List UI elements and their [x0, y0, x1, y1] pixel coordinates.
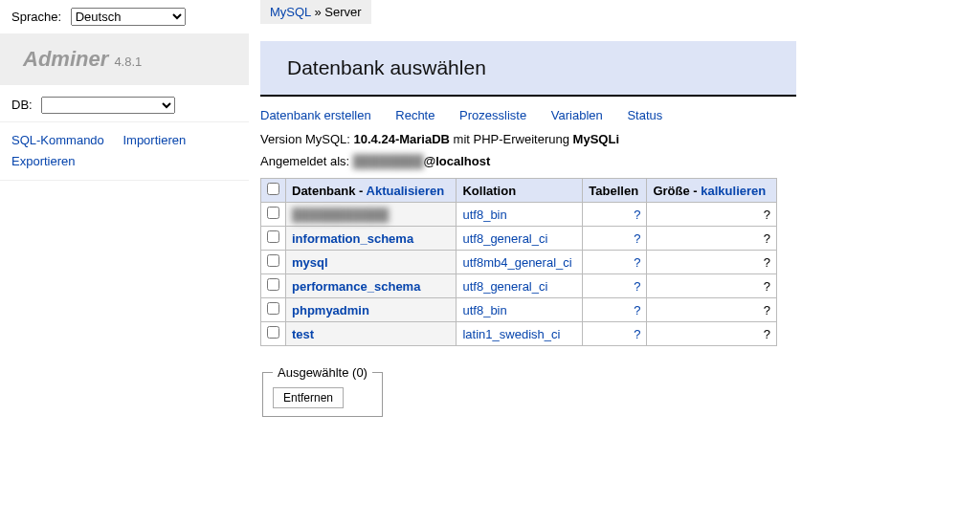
- database-link[interactable]: ███████████: [292, 208, 389, 222]
- row-checkbox[interactable]: [267, 278, 279, 291]
- tables-count-link[interactable]: ?: [634, 255, 640, 270]
- breadcrumb-current: Server: [324, 5, 361, 19]
- database-table: Datenbank - Aktualisieren Kollation Tabe…: [260, 178, 777, 346]
- database-link[interactable]: mysql: [292, 255, 328, 270]
- col-collation: Kollation: [457, 179, 583, 203]
- selected-fieldset: Ausgewählte (0) Entfernen: [262, 365, 383, 417]
- language-select[interactable]: Deutsch: [71, 8, 186, 26]
- menu-links: SQL-Kommando Importieren Exportieren: [0, 122, 249, 181]
- collation-link[interactable]: latin1_swedish_ci: [462, 327, 560, 341]
- database-link[interactable]: test: [292, 327, 314, 341]
- language-label: Sprache:: [11, 10, 61, 24]
- collation-link[interactable]: utf8_general_ci: [462, 279, 547, 294]
- database-link[interactable]: phpmyadmin: [292, 303, 369, 317]
- size-cell: ?: [647, 227, 777, 251]
- variables-link[interactable]: Variablen: [551, 108, 603, 122]
- tables-count-link[interactable]: ?: [634, 327, 640, 341]
- tables-count-link[interactable]: ?: [634, 231, 640, 246]
- select-all-checkbox[interactable]: [267, 183, 279, 195]
- sql-command-link[interactable]: SQL-Kommando: [11, 130, 104, 151]
- col-tables: Tabellen: [583, 179, 647, 203]
- page-title: Datenbank auswählen: [260, 41, 796, 97]
- action-links: Datenbank erstellen Rechte Prozessliste …: [260, 108, 969, 122]
- breadcrumb-root[interactable]: MySQL: [270, 5, 311, 19]
- size-cell: ?: [647, 322, 777, 346]
- table-row: ███████████utf8_bin??: [261, 203, 777, 227]
- tables-count-link[interactable]: ?: [634, 279, 640, 294]
- col-database: Datenbank - Aktualisieren: [286, 179, 457, 203]
- db-label: DB:: [11, 98, 33, 112]
- table-row: performance_schemautf8_general_ci??: [261, 274, 777, 298]
- db-select[interactable]: [41, 97, 175, 114]
- privileges-link[interactable]: Rechte: [395, 108, 434, 122]
- row-checkbox[interactable]: [267, 230, 279, 243]
- table-row: mysqlutf8mb4_general_ci??: [261, 251, 777, 274]
- app-version: 4.8.1: [114, 55, 142, 69]
- collation-link[interactable]: utf8_general_ci: [462, 231, 547, 246]
- row-checkbox[interactable]: [267, 302, 279, 315]
- table-row: information_schemautf8_general_ci??: [261, 227, 777, 251]
- sidebar: Sprache: Deutsch Adminer 4.8.1 DB: SQL-K…: [0, 0, 249, 417]
- import-link[interactable]: Importieren: [122, 130, 186, 151]
- collation-link[interactable]: utf8mb4_general_ci: [462, 255, 571, 270]
- size-cell: ?: [647, 251, 777, 274]
- database-link[interactable]: performance_schema: [292, 279, 420, 294]
- size-cell: ?: [647, 274, 777, 298]
- row-checkbox[interactable]: [267, 254, 279, 267]
- refresh-link[interactable]: Aktualisieren: [367, 184, 445, 198]
- logo-block: Adminer 4.8.1: [0, 33, 249, 85]
- create-database-link[interactable]: Datenbank erstellen: [260, 108, 371, 122]
- collation-link[interactable]: utf8_bin: [462, 208, 506, 222]
- db-select-form: DB:: [0, 93, 249, 122]
- selected-legend: Ausgewählte (0): [273, 365, 372, 380]
- version-info: Version MySQL: 10.4.24-MariaDB mit PHP-E…: [260, 132, 969, 146]
- row-checkbox[interactable]: [267, 207, 279, 219]
- breadcrumb: MySQL » Server: [260, 0, 371, 24]
- login-user-hidden: ████████: [353, 154, 424, 168]
- col-size: Größe - kalkulieren: [647, 179, 777, 203]
- login-info: Angemeldet als: ████████@localhost: [260, 154, 969, 168]
- language-selector: Sprache: Deutsch: [0, 0, 249, 33]
- tables-count-link[interactable]: ?: [634, 208, 640, 222]
- tables-count-link[interactable]: ?: [634, 303, 640, 317]
- table-row: phpmyadminutf8_bin??: [261, 298, 777, 322]
- processlist-link[interactable]: Prozessliste: [459, 108, 526, 122]
- size-cell: ?: [647, 298, 777, 322]
- collation-link[interactable]: utf8_bin: [462, 303, 506, 317]
- database-link[interactable]: information_schema: [292, 231, 413, 246]
- compute-link[interactable]: kalkulieren: [701, 184, 766, 198]
- app-logo: Adminer 4.8.1: [23, 47, 142, 71]
- main-content: MySQL » Server Datenbank auswählen Daten…: [249, 0, 980, 417]
- size-cell: ?: [647, 203, 777, 227]
- status-link[interactable]: Status: [627, 108, 662, 122]
- table-row: testlatin1_swedish_ci??: [261, 322, 777, 346]
- row-checkbox[interactable]: [267, 326, 279, 339]
- export-link[interactable]: Exportieren: [11, 151, 75, 172]
- drop-button[interactable]: Entfernen: [273, 387, 344, 408]
